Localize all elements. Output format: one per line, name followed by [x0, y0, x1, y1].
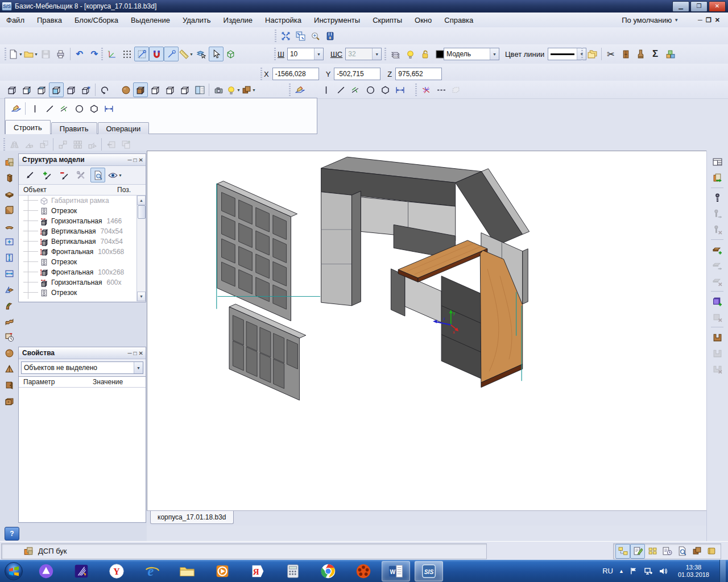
panel-maximize-icon[interactable]: □: [134, 350, 137, 356]
draw-parallel-button[interactable]: [57, 101, 72, 116]
tab-строить[interactable]: Строить: [5, 120, 51, 134]
show-desktop-button[interactable]: [719, 560, 726, 582]
paste-add-button[interactable]: [118, 137, 133, 152]
taskbar-chrome[interactable]: [315, 562, 342, 581]
materials-book-button[interactable]: [704, 544, 719, 559]
help-button[interactable]: ?: [5, 527, 19, 541]
snapshot-camera-button[interactable]: [211, 82, 226, 97]
render-sphere-button[interactable]: [118, 82, 133, 97]
coordinate-axes-button[interactable]: y: [105, 47, 119, 61]
tree-item[interactable]: Отрезок: [19, 288, 146, 298]
menu-удалить[interactable]: Удалить: [176, 13, 217, 27]
assembly-blocks-button[interactable]: [663, 47, 677, 61]
tree-item[interactable]: Фронтальная100x568: [19, 247, 146, 257]
properties-panel-title-bar[interactable]: Свойства ─ □ ✕: [19, 347, 146, 359]
select-cursor-button[interactable]: [209, 47, 224, 61]
tab-править[interactable]: Править: [51, 122, 97, 134]
tray-expand-icon[interactable]: ▲: [619, 568, 624, 574]
taskbar-word[interactable]: W: [382, 561, 410, 581]
menu-настройка[interactable]: Настройка: [259, 13, 308, 27]
draw-on-plane-button[interactable]: [292, 82, 307, 97]
tree-item[interactable]: Горизонтальная600x: [19, 277, 146, 288]
curved-panel-button[interactable]: [2, 218, 16, 233]
edgeband-delete-button[interactable]: [710, 274, 725, 289]
minimize-button[interactable]: ▁: [672, 1, 689, 12]
layers-button[interactable]: [388, 47, 403, 61]
draw-parallel-button[interactable]: [348, 82, 363, 97]
taskbar-yandex[interactable]: Я: [244, 562, 271, 581]
draw-line-button[interactable]: [333, 82, 348, 97]
menu-скрипты[interactable]: Скрипты: [366, 13, 408, 27]
selection-settings-button[interactable]: [73, 168, 88, 182]
wavy-panel-button[interactable]: [2, 314, 16, 329]
structure-view-button[interactable]: [615, 544, 630, 559]
model-combo[interactable]: Модель▼: [444, 48, 499, 60]
drill-tool-button[interactable]: [633, 47, 648, 61]
structure-panel-title-bar[interactable]: Структура модели ─ □ ✕: [19, 154, 146, 166]
mirror-button[interactable]: [7, 137, 22, 152]
taskbar-alice[interactable]: [32, 562, 60, 581]
taskbar-bazis[interactable]: SIS: [415, 561, 443, 581]
viewport-3d[interactable]: y z x: [147, 151, 706, 510]
door-panel-button[interactable]: [2, 377, 16, 392]
draw-vertical-line-button[interactable]: [318, 82, 333, 97]
vertical-panel-button[interactable]: [2, 171, 16, 185]
material-blocks-button[interactable]: [689, 544, 704, 559]
remove-from-selection-button[interactable]: [56, 168, 71, 182]
zoom-lens-button[interactable]: [308, 28, 322, 43]
cut-objects-button[interactable]: ✂: [603, 47, 618, 61]
mdi-close-button[interactable]: ✕: [715, 16, 720, 24]
panel-add-button[interactable]: [710, 294, 725, 309]
tree-item[interactable]: Отрезок: [19, 206, 146, 216]
edit-mode-button[interactable]: [630, 544, 645, 559]
profile-selector[interactable]: По умолчанию: [622, 16, 672, 24]
render-white-2-button[interactable]: [163, 82, 177, 97]
title-bar[interactable]: SIS Базис-Мебельщик 8 - [корпуса_17.01.1…: [0, 0, 728, 13]
open-file-button[interactable]: ▼: [23, 47, 39, 61]
edgeband-add-button[interactable]: [710, 242, 725, 257]
taskbar-movie-app[interactable]: [350, 562, 377, 581]
view-wireframe-button[interactable]: [5, 82, 19, 97]
vertical-dimension-button[interactable]: [2, 250, 16, 265]
x-coordinate-input[interactable]: -1566,028: [272, 68, 319, 80]
draw-dimension-button[interactable]: [392, 82, 407, 97]
volume-icon[interactable]: [659, 567, 668, 576]
language-indicator[interactable]: RU: [602, 567, 613, 575]
view-back-button[interactable]: [34, 82, 49, 97]
new-file-button[interactable]: ▼: [8, 47, 23, 61]
view-rotate-to-button[interactable]: [78, 82, 93, 97]
taskbar-yandex-browser[interactable]: Y: [103, 562, 130, 581]
copy-diagonal-button[interactable]: [85, 137, 100, 152]
render-textured-button[interactable]: [133, 82, 148, 97]
panel-on-plane-button[interactable]: [2, 282, 16, 297]
panel-rotation-button[interactable]: [2, 330, 16, 344]
horizontal-panel-button[interactable]: [2, 186, 16, 201]
frontal-panel-button[interactable]: [2, 202, 16, 217]
selection-combo[interactable]: Объектов не выделено ▼: [21, 361, 143, 374]
paste-back-button[interactable]: [104, 137, 118, 152]
material-swatches-button[interactable]: [2, 155, 16, 169]
taskbar-media-player[interactable]: [209, 562, 236, 581]
drawer-box-button[interactable]: [2, 393, 16, 408]
menu-окно[interactable]: Окно: [408, 13, 438, 27]
width-combo[interactable]: 10▼: [287, 48, 324, 60]
parameters-list-button[interactable]: [660, 544, 675, 559]
view-left-button[interactable]: [19, 82, 34, 97]
width2-combo[interactable]: 32▼: [345, 48, 382, 60]
render-white-3-button[interactable]: [177, 82, 192, 97]
groove-add-button[interactable]: [710, 330, 725, 344]
add-to-selection-button[interactable]: [39, 168, 54, 182]
copy-grid-button[interactable]: [70, 137, 85, 152]
action-center-icon[interactable]: [630, 567, 638, 575]
groove-move-button[interactable]: [710, 346, 725, 360]
pick-object-button[interactable]: [22, 168, 37, 182]
horizontal-dimension-button[interactable]: [2, 266, 16, 281]
scroll-down-icon[interactable]: ▼: [137, 292, 146, 301]
visibility-button[interactable]: ▼: [107, 168, 123, 182]
print-button[interactable]: [53, 47, 68, 61]
menu-выделение[interactable]: Выделение: [125, 13, 176, 27]
save-file-button[interactable]: [39, 47, 53, 61]
screw-move-button[interactable]: [710, 206, 725, 221]
menu-блок-сборка[interactable]: Блок/Сборка: [68, 13, 125, 27]
copy-move-button[interactable]: [55, 137, 70, 152]
